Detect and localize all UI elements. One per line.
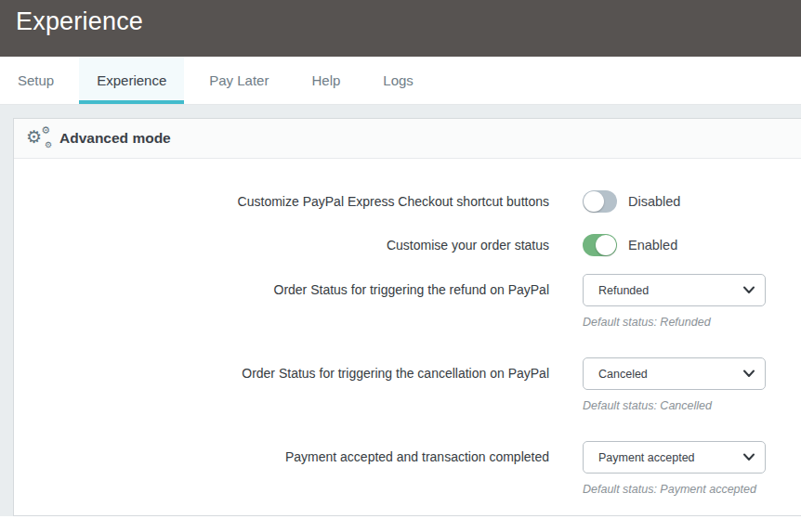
tab-experience[interactable]: Experience	[79, 57, 184, 104]
page-title: Experience	[16, 6, 801, 36]
payment-accepted-help: Default status: Payment accepted	[583, 483, 766, 496]
refund-status-label: Order Status for triggering the refund o…	[14, 274, 549, 329]
tab-help[interactable]: Help	[294, 57, 358, 104]
cancellation-status-row: Order Status for triggering the cancella…	[14, 357, 801, 412]
cancellation-status-label: Order Status for triggering the cancella…	[14, 357, 549, 412]
order-status-state: Enabled	[628, 238, 677, 253]
express-checkout-label: Customize PayPal Express Checkout shortc…	[14, 194, 549, 209]
content-area: ⚙ ⚙ ⚙ Advanced mode Customize PayPal Exp…	[0, 105, 801, 532]
refund-status-select[interactable]: Refunded	[583, 274, 766, 306]
next-panel-cutoff	[0, 516, 801, 532]
payment-accepted-row: Payment accepted and transaction complet…	[14, 441, 801, 496]
payment-accepted-status-select[interactable]: Payment accepted	[583, 441, 766, 474]
page-header: Experience	[0, 0, 801, 57]
advanced-mode-panel: ⚙ ⚙ ⚙ Advanced mode Customize PayPal Exp…	[13, 118, 801, 516]
tab-pay-later[interactable]: Pay Later	[191, 57, 286, 104]
cancellation-status-select[interactable]: Canceled	[583, 357, 766, 390]
tab-logs[interactable]: Logs	[365, 57, 431, 104]
panel-title: Advanced mode	[59, 130, 171, 147]
cogs-icon: ⚙ ⚙ ⚙	[26, 127, 52, 149]
panel-body: Customize PayPal Express Checkout shortc…	[14, 159, 801, 496]
order-status-toggle[interactable]	[583, 234, 617, 256]
refund-status-help: Default status: Refunded	[583, 316, 766, 329]
express-checkout-state: Disabled	[628, 194, 680, 209]
express-checkout-row: Customize PayPal Express Checkout shortc…	[14, 190, 801, 213]
payment-accepted-label: Payment accepted and transaction complet…	[14, 441, 549, 496]
order-status-row: Customise your order status Enabled	[14, 234, 801, 256]
toggle-knob	[596, 235, 616, 255]
panel-header: ⚙ ⚙ ⚙ Advanced mode	[14, 119, 801, 159]
cancellation-status-help: Default status: Cancelled	[583, 399, 766, 412]
tab-bar: Setup Experience Pay Later Help Logs	[0, 57, 801, 105]
toggle-knob	[584, 191, 604, 212]
refund-status-row: Order Status for triggering the refund o…	[14, 274, 801, 329]
tab-setup[interactable]: Setup	[0, 57, 72, 104]
order-status-label: Customise your order status	[14, 238, 549, 253]
express-checkout-toggle[interactable]	[583, 190, 617, 213]
